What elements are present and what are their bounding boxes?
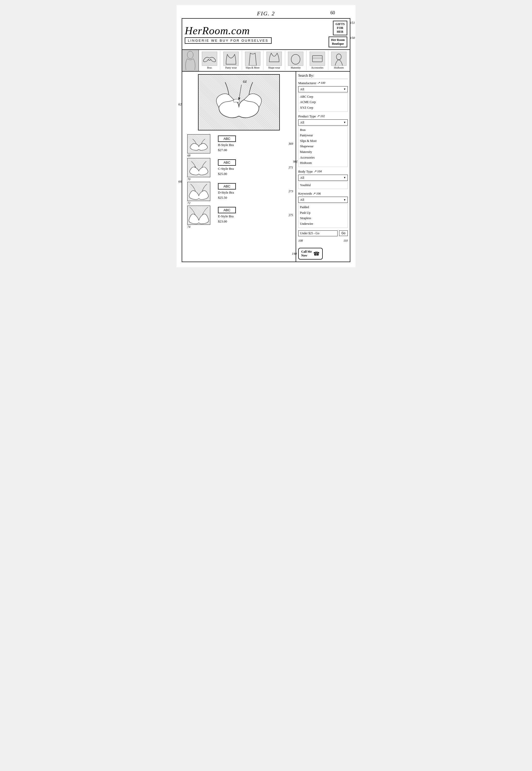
pt-option-pantywear[interactable]: Pantywear xyxy=(300,133,346,138)
kw-option-strapless[interactable]: Strapless xyxy=(300,216,346,221)
product-info-c: ABC C-Style Bra $25.00 xyxy=(218,159,236,176)
annotation-104: ↗ 104 xyxy=(314,169,322,173)
bracket-73: }73 xyxy=(288,182,293,201)
manufacturer-option-xyz[interactable]: XYZ Corp xyxy=(300,105,346,111)
annotation-102: ↗ 102 xyxy=(317,114,325,118)
abc-button-c[interactable]: ABC xyxy=(218,159,236,166)
product-price-e: $23.00 xyxy=(218,220,236,224)
svg-rect-17 xyxy=(188,134,210,153)
svg-rect-6 xyxy=(288,52,303,65)
keywords-dropdown[interactable]: All ▼ xyxy=(298,197,348,203)
search-by-title: Search By: xyxy=(298,74,348,79)
site-logo[interactable]: HerRoom.com xyxy=(185,25,250,37)
annotation-106: ↗ 106 xyxy=(313,192,321,196)
product-info-b: ABC B-Style Bra $27.00 xyxy=(218,135,236,152)
pt-option-slips[interactable]: Slips & More xyxy=(300,138,346,144)
annotation-62: 62 xyxy=(178,102,182,106)
product-price-d: $25.50 xyxy=(218,196,236,200)
manufacturer-dropdown[interactable]: All ▼ xyxy=(298,86,348,92)
annotation-140: 140 xyxy=(292,252,297,256)
pt-option-maternity[interactable]: Maternity xyxy=(300,149,346,155)
thumb-label-70: 70 xyxy=(187,177,190,181)
fig-label: FIG. 2 xyxy=(182,10,350,17)
featured-product-image: 64 xyxy=(198,74,280,130)
manufacturer-value: All xyxy=(300,87,304,91)
bt-option-youthful[interactable]: Youthful xyxy=(300,182,346,188)
product-item: 74 ABC E-Style Bra $23.00 }75 xyxy=(187,206,293,225)
abc-button-e[interactable]: ABC xyxy=(218,207,236,213)
nav-item-shapewear[interactable]: Shape wear xyxy=(263,51,285,70)
product-name-c: C-Style Bra xyxy=(218,167,236,171)
nav-label-hisroom: HisRoom xyxy=(334,66,344,69)
pt-option-hisroom[interactable]: HisRoom xyxy=(300,160,346,166)
product-item: 68 ABC B-Style Bra $27.00 }69 xyxy=(187,134,293,153)
product-thumb-70[interactable] xyxy=(187,158,210,177)
svg-rect-3 xyxy=(224,52,238,65)
pt-option-accessories[interactable]: Accessories xyxy=(300,155,346,160)
product-type-value: All xyxy=(300,120,304,124)
product-name-e: E-Style Bra xyxy=(218,214,236,219)
abc-button-b[interactable]: ABC xyxy=(218,135,236,142)
keywords-arrow-icon: ▼ xyxy=(343,199,346,201)
manufacturer-option-abc[interactable]: ABC Corp xyxy=(300,94,346,100)
product-price-b: $27.00 xyxy=(218,148,236,152)
product-type-section: Product Type ↗ 102 All ▼ Bras Pantywear … xyxy=(298,114,348,228)
product-thumb-68[interactable] xyxy=(187,134,210,153)
pt-option-bras[interactable]: Bras xyxy=(300,127,346,133)
call-me-button[interactable]: Call MeNow ☎ xyxy=(298,248,323,260)
product-info-e: ABC E-Style Bra $23.00 xyxy=(218,207,236,224)
keywords-label: Keywords ↗ 106 xyxy=(298,191,348,196)
bracket-71: }71 xyxy=(288,158,293,177)
annotation-110: 110 xyxy=(343,239,348,243)
go-button[interactable]: Go xyxy=(339,231,348,236)
boutique-button[interactable]: Her RoomBoutique xyxy=(329,37,347,47)
nav-items: Bras Panty wear xyxy=(199,51,350,70)
product-type-filter: Product Type ↗ 102 All ▼ Bras Pantywear … xyxy=(298,114,348,167)
shapewear-image xyxy=(267,52,282,66)
product-thumb-72[interactable] xyxy=(187,182,210,201)
product-item: 70 ABC C-Style Bra $25.00 }71 xyxy=(187,158,293,177)
annotation-100: ↗ 100 xyxy=(317,81,325,85)
nav-label-maternity: Maternity xyxy=(291,66,301,69)
gifts-button[interactable]: GIFTSFORHER xyxy=(333,21,347,35)
body-type-options: Youthful xyxy=(298,181,348,189)
body-type-dropdown[interactable]: All ▼ xyxy=(298,175,348,181)
nav-item-bras[interactable]: Bras xyxy=(199,51,220,70)
svg-rect-5 xyxy=(267,52,282,65)
nav-item-hisroom[interactable]: HisRoom xyxy=(328,51,350,70)
search-bottom: Under $25 - Go Go 108 110 xyxy=(298,231,348,243)
call-me-section: 140 Call MeNow ☎ xyxy=(298,248,348,260)
nav-item-pantywear[interactable]: Panty wear xyxy=(220,51,242,70)
thumb-label-68: 68 xyxy=(187,154,190,157)
keywords-value: All xyxy=(300,198,304,202)
product-thumb-74[interactable] xyxy=(187,206,210,225)
maternity-image xyxy=(288,52,303,66)
abc-button-d[interactable]: ABC xyxy=(218,183,236,189)
product-name-d: D-Style Bra xyxy=(218,190,236,195)
price-search-row: Under $25 - Go Go xyxy=(298,231,348,236)
product-type-arrow-icon: ▼ xyxy=(343,121,346,124)
kw-option-pushup[interactable]: Push Up xyxy=(300,210,346,216)
annotation-150: 150 xyxy=(350,36,355,40)
product-type-dropdown[interactable]: All ▼ xyxy=(298,119,348,125)
annotation-108: 108 xyxy=(298,239,303,243)
nav-item-slips[interactable]: Slips & More xyxy=(242,51,263,70)
annotation-98: 98{ xyxy=(293,159,298,164)
manufacturer-options: ABC Corp ACME Corp XYZ Corp xyxy=(298,93,348,112)
pt-option-shapewear[interactable]: Shapewear xyxy=(300,144,346,149)
keywords-filter: Keywords ↗ 106 All ▼ Padded Push Up Stra… xyxy=(298,191,348,228)
accessories-image xyxy=(310,52,325,66)
nav-item-maternity[interactable]: Maternity xyxy=(285,51,307,70)
price-input[interactable]: Under $25 - Go xyxy=(298,231,338,236)
manufacturer-filter: Manufacturer ↗ 100 All ▼ ABC Corp ACME C… xyxy=(298,81,348,112)
nav-item-accessories[interactable]: Accessories xyxy=(307,51,328,70)
kw-option-padded[interactable]: Padded xyxy=(300,205,346,210)
manufacturer-option-acme[interactable]: ACME Corp xyxy=(300,99,346,105)
call-me-text: Call MeNow xyxy=(301,250,312,258)
tagline: LINGERIE WE BUY FOR OURSELVES xyxy=(185,37,272,44)
kw-option-underwire[interactable]: Underwire xyxy=(300,221,346,227)
svg-point-20 xyxy=(194,166,195,167)
product-type-options: Bras Pantywear Slips & More Shapewear Ma… xyxy=(298,126,348,167)
dropdown-arrow-icon: ▼ xyxy=(343,88,346,90)
product-type-label: Product Type ↗ 102 xyxy=(298,114,348,118)
